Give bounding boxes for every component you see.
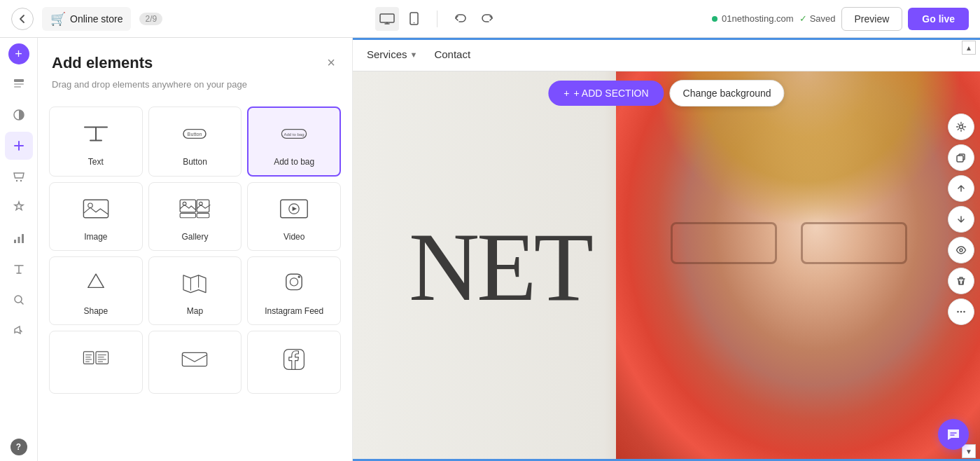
svg-point-18 <box>88 203 92 207</box>
help-button[interactable]: ? <box>10 439 27 455</box>
map-element-label: Map <box>187 306 203 316</box>
mobile-view-button[interactable] <box>402 7 426 31</box>
add-to-bag-element-icon: Add to bag <box>273 116 315 151</box>
canvas-scroll-up[interactable]: ▲ <box>962 41 976 55</box>
svg-rect-35 <box>957 156 963 162</box>
topbar-left: 🛒 Online store 2/9 <box>11 7 162 31</box>
section-actions <box>948 113 974 325</box>
close-panel-button[interactable]: × <box>324 52 338 74</box>
sidebar-store-button[interactable] <box>5 163 33 191</box>
gallery-element-icon <box>174 191 216 226</box>
add-elements-panel: Add elements × Drag and drop elements an… <box>38 38 353 461</box>
sidebar-pages-button[interactable] <box>5 70 33 98</box>
sidebar-text-button[interactable] <box>5 255 33 283</box>
undo-redo-controls <box>449 7 499 31</box>
saved-label: Saved <box>810 13 836 24</box>
section-more-button[interactable] <box>948 298 974 325</box>
video-element-icon <box>273 191 315 226</box>
desktop-view-button[interactable] <box>375 7 399 31</box>
add-to-bag-element-label: Add to bag <box>274 157 314 167</box>
svg-rect-32 <box>183 352 207 366</box>
domain-label: 01nethosting.com <box>722 13 794 24</box>
svg-rect-10 <box>18 237 20 243</box>
chat-button[interactable] <box>938 419 969 450</box>
image-element-icon <box>75 191 117 226</box>
sidebar-analytics-button[interactable] <box>5 224 33 252</box>
element-text[interactable]: Text <box>49 106 143 177</box>
element-widget3[interactable] <box>247 331 341 394</box>
add-section-plus: + <box>564 88 569 99</box>
element-widget2[interactable] <box>148 331 242 394</box>
svg-rect-33 <box>284 350 304 370</box>
redo-button[interactable] <box>475 7 499 31</box>
canvas-scroll-down[interactable]: ▼ <box>962 444 976 458</box>
add-panel-title: Add elements <box>52 54 153 72</box>
svg-rect-9 <box>14 240 16 243</box>
svg-rect-30 <box>83 352 93 364</box>
saved-status: ✓ Saved <box>799 13 836 24</box>
element-add-to-bag[interactable]: Add to bag Add to bag <box>247 106 341 177</box>
check-icon: ✓ <box>799 13 807 24</box>
element-gallery[interactable]: Gallery <box>148 182 242 251</box>
svg-rect-17 <box>83 200 108 218</box>
shape-element-icon <box>75 266 117 301</box>
svg-rect-0 <box>380 14 394 22</box>
text-element-icon <box>75 116 117 151</box>
svg-point-39 <box>963 311 965 313</box>
nav-contact[interactable]: Contact <box>434 46 470 63</box>
add-element-fab[interactable]: + <box>8 43 29 64</box>
element-shape[interactable]: Shape <box>49 256 143 325</box>
topbar-right: 01nethosting.com ✓ Saved Preview Go live <box>712 7 969 31</box>
element-instagram-feed[interactable]: Instagram Feed <box>247 256 341 325</box>
sidebar-theme-button[interactable] <box>5 101 33 129</box>
section-settings-button[interactable] <box>948 113 974 140</box>
change-background-button[interactable]: Change background <box>670 80 785 106</box>
back-button[interactable] <box>11 8 34 30</box>
nav-services-dropdown-icon: ▼ <box>410 50 418 59</box>
section-move-down-button[interactable] <box>948 206 974 233</box>
canvas-nav: Services ▼ Contact <box>353 38 980 71</box>
element-video[interactable]: Video <box>247 182 341 251</box>
element-widget1[interactable] <box>49 331 143 394</box>
svg-rect-4 <box>14 83 24 85</box>
section-delete-button[interactable] <box>948 268 974 294</box>
add-section-button[interactable]: + + ADD SECTION <box>548 81 664 106</box>
text-element-label: Text <box>88 157 104 167</box>
svg-text:Add to bag: Add to bag <box>284 132 304 137</box>
element-map[interactable]: Map <box>148 256 242 325</box>
gallery-element-label: Gallery <box>181 232 208 242</box>
element-image[interactable]: Image <box>49 182 143 251</box>
undo-redo-group <box>375 7 426 31</box>
person-image <box>616 71 980 461</box>
sidebar-marketing-button[interactable] <box>5 317 33 345</box>
glasses-decoration <box>671 208 907 278</box>
sidebar-search-button[interactable] <box>5 286 33 314</box>
element-button[interactable]: Button Button <box>148 106 242 177</box>
sidebar-ai-button[interactable] <box>5 193 33 221</box>
section-copy-button[interactable] <box>948 144 974 171</box>
undo-button[interactable] <box>449 7 472 31</box>
preview-button[interactable]: Preview <box>841 7 903 31</box>
svg-point-28 <box>290 278 298 286</box>
svg-rect-23 <box>181 213 196 217</box>
store-icon: 🛒 <box>50 11 66 27</box>
svg-point-36 <box>960 249 962 252</box>
add-panel-header: Add elements × <box>38 38 352 79</box>
sidebar-add-elements-button[interactable] <box>5 132 33 160</box>
section-visibility-button[interactable] <box>948 237 974 263</box>
svg-rect-31 <box>96 352 108 364</box>
svg-rect-5 <box>14 86 21 88</box>
add-panel-subtitle: Drag and drop elements anywhere on your … <box>38 79 352 101</box>
nav-services[interactable]: Services ▼ <box>367 46 417 63</box>
svg-rect-24 <box>197 213 210 217</box>
canvas-area: Services ▼ Contact + + ADD SECTION Chang… <box>353 38 980 461</box>
topbar-center <box>375 7 499 31</box>
golive-button[interactable]: Go live <box>908 8 969 30</box>
button-element-label: Button <box>183 157 207 167</box>
svg-rect-3 <box>14 79 24 82</box>
section-move-up-button[interactable] <box>948 175 974 202</box>
section-toolbar: + + ADD SECTION Change background <box>548 80 784 106</box>
selection-border-top <box>353 38 980 40</box>
svg-point-37 <box>957 311 959 313</box>
video-element-label: Video <box>284 232 304 242</box>
